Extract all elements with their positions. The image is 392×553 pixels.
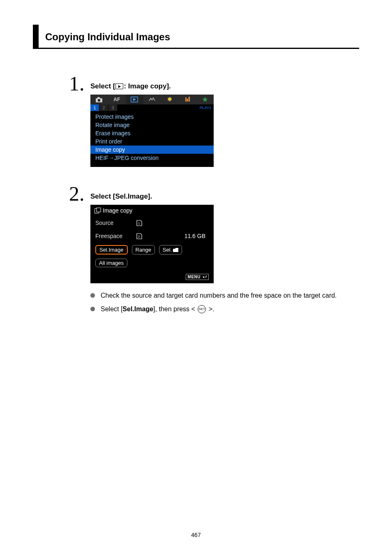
range-button: Range <box>132 245 155 255</box>
sel-image-button: Sel.Image <box>95 245 128 255</box>
freespace-card-icon: 2 <box>136 233 153 239</box>
image-copy-buttons: Sel.Image Range Sel. All images <box>90 243 214 270</box>
menu-return-label: MENU <box>188 275 201 279</box>
svg-point-3 <box>98 99 100 101</box>
camera-menu-top-tabs: AF <box>90 95 214 104</box>
folder-icon <box>173 248 178 252</box>
title-divider <box>33 48 359 49</box>
tab-playback-icon <box>126 95 143 104</box>
image-copy-screen: Image copy Source 1 Freespace 2 <box>90 205 214 283</box>
tab-af-label: AF <box>113 97 120 102</box>
all-images-button: All images <box>95 259 127 267</box>
playback-menu-icon <box>115 83 123 89</box>
camera-menu-screenshot: AF <box>90 95 214 167</box>
bullet-2-text: Select [Sel.Image], then press < SET >. <box>101 304 359 314</box>
svg-rect-11 <box>97 208 101 212</box>
bullet-1: Check the source and target card numbers… <box>90 291 359 300</box>
menu-item-erase: Erase images <box>90 129 214 137</box>
step-2: 2. Select [Sel.Image]. Image copy Source… <box>69 179 359 318</box>
svg-rect-6 <box>185 97 187 102</box>
freespace-label: Freespace <box>95 233 136 239</box>
camera-menu-subtabs: 1 2 3 PLAY1 <box>90 104 214 111</box>
page-number: 467 <box>0 532 392 538</box>
step-number-1: 1. <box>69 69 90 94</box>
svg-rect-7 <box>187 99 188 102</box>
image-copy-header-text: Image copy <box>103 207 132 214</box>
svg-marker-9 <box>202 97 208 102</box>
step-1-title: Select [ : Image copy]. <box>90 82 359 90</box>
menu-item-protect: Protect images <box>90 113 214 121</box>
source-label: Source <box>95 220 136 226</box>
tab-wireless-icon <box>143 95 161 104</box>
bullet-2-bold: Sel.Image <box>122 305 153 312</box>
step-2-title: Select [Sel.Image]. <box>90 192 359 201</box>
menu-item-image-copy: Image copy <box>90 146 214 154</box>
step-1-title-prefix: Select [ <box>90 82 115 90</box>
set-button-icon: SET <box>198 305 206 313</box>
tab-af: AF <box>108 95 126 104</box>
svg-marker-5 <box>133 98 136 101</box>
svg-rect-8 <box>189 97 190 102</box>
image-copy-header: Image copy <box>90 205 214 216</box>
step-number-2: 2. <box>69 179 90 204</box>
step-2-body: Select [Sel.Image]. Image copy Source 1 <box>90 179 359 318</box>
step-1-body: Select [ : Image copy]. AF <box>90 69 359 167</box>
step-1-title-suffix: : Image copy]. <box>124 82 171 90</box>
svg-marker-0 <box>118 85 121 88</box>
page-title: Copying Individual Images <box>45 31 170 43</box>
source-card-icon: 1 <box>136 220 153 226</box>
tab-custom-icon <box>178 95 196 104</box>
menu-item-rotate: Rotate image <box>90 121 214 129</box>
tab-setup-icon <box>161 95 178 104</box>
tab-shooting-icon <box>90 95 108 104</box>
menu-item-heif: HEIF→JPEG conversion <box>90 154 214 162</box>
camera-menu-items: Protect images Rotate image Erase images… <box>90 111 214 167</box>
page: Copying Individual Images 1. Select [ : … <box>0 0 392 553</box>
bullet-2: Select [Sel.Image], then press < SET >. <box>90 304 359 314</box>
subtab-play-label: PLAY1 <box>200 104 214 111</box>
sel-folder-label: Sel. <box>163 247 172 253</box>
return-icon <box>202 275 207 279</box>
image-copy-footer: MENU <box>90 270 214 283</box>
step-1: 1. Select [ : Image copy]. AF <box>69 69 359 167</box>
svg-rect-2 <box>97 97 100 99</box>
subtab-2: 2 <box>99 104 108 111</box>
source-row: Source 1 <box>90 216 214 229</box>
bullet-dot-icon <box>90 293 95 298</box>
subtab-spacer <box>118 104 200 111</box>
svg-text:2: 2 <box>138 235 140 238</box>
bullet-2-d: >. <box>207 305 214 312</box>
card-copy-icon <box>95 208 101 213</box>
content: 1. Select [ : Image copy]. AF <box>69 69 359 330</box>
bullet-1-text: Check the source and target card numbers… <box>101 291 359 300</box>
freespace-row: Freespace 2 11.6 GB <box>90 229 214 243</box>
subtab-3: 3 <box>108 104 118 111</box>
bullet-2-a: Select [ <box>101 305 122 312</box>
step-2-bullets: Check the source and target card numbers… <box>90 291 359 314</box>
bullet-2-c: ], then press < <box>153 305 197 312</box>
subtab-1: 1 <box>90 104 99 111</box>
tab-mymenu-icon <box>196 95 214 104</box>
freespace-value: 11.6 GB <box>153 233 209 239</box>
title-bar-accent <box>33 25 39 48</box>
menu-item-print: Print order <box>90 137 214 146</box>
bullet-dot-icon <box>90 307 95 311</box>
svg-text:1: 1 <box>138 222 140 225</box>
sel-folder-button: Sel. <box>159 245 182 255</box>
menu-return-badge: MENU <box>186 274 209 280</box>
